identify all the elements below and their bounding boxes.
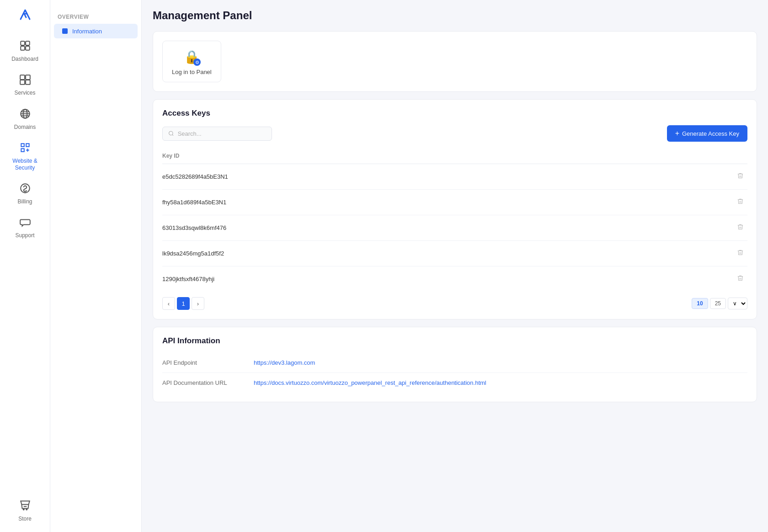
sidebar-label-website-security: Website &Security	[12, 158, 37, 171]
api-row-value[interactable]: https://dev3.lagom.com	[254, 353, 747, 373]
sub-nav-section-title: Overview	[50, 9, 141, 23]
services-icon	[17, 71, 33, 88]
trash-icon	[737, 249, 744, 256]
access-keys-title: Access Keys	[162, 109, 747, 118]
svg-rect-1	[21, 41, 25, 45]
key-actions-cell	[720, 241, 747, 266]
key-actions-cell	[720, 266, 747, 292]
key-id-cell: e5dc5282689f4a5bE3N1	[162, 164, 720, 190]
api-link[interactable]: https://docs.virtuozzo.com/virtuozzo_pow…	[254, 379, 486, 386]
plus-icon: +	[675, 129, 679, 138]
page-controls: ‹ 1 ›	[162, 297, 204, 310]
logo[interactable]	[15, 5, 35, 25]
api-row-label: API Documentation URL	[162, 373, 254, 393]
panel-card: 🔒 ⚙ Log in to Panel	[153, 31, 757, 92]
key-id-cell: 63013sd3sqwl8k6mf476	[162, 215, 720, 241]
table-row: 1290jktfsxft4678yhji	[162, 266, 747, 292]
sidebar-label-store: Store	[18, 516, 32, 522]
sidebar-item-billing[interactable]: Billing	[0, 176, 50, 209]
sidebar-item-support[interactable]: Support	[0, 209, 50, 243]
per-page-25-button[interactable]: 25	[710, 298, 726, 309]
next-page-button[interactable]: ›	[192, 297, 204, 310]
page-1-button[interactable]: 1	[177, 297, 190, 310]
login-to-panel-button[interactable]: 🔒 ⚙ Log in to Panel	[162, 41, 221, 82]
key-actions-cell	[720, 164, 747, 190]
trash-icon	[737, 223, 744, 230]
sidebar-label-domains: Domains	[14, 124, 36, 130]
api-link[interactable]: https://dev3.lagom.com	[254, 359, 315, 366]
sidebar: Dashboard Services Domains	[0, 0, 50, 532]
keys-table: Key ID e5dc5282689f4a5bE3N1 fhy58a1d689f…	[162, 149, 747, 292]
store-icon	[17, 497, 33, 514]
svg-rect-5	[20, 75, 25, 80]
trash-icon	[737, 198, 744, 205]
generate-access-key-button[interactable]: + Generate Access Key	[667, 125, 747, 142]
svg-rect-3	[21, 46, 25, 50]
svg-line-18	[172, 134, 173, 135]
key-id-cell: 1290jktfsxft4678yhji	[162, 266, 720, 292]
keys-table-body: e5dc5282689f4a5bE3N1 fhy58a1d689f4a5bE3N…	[162, 164, 747, 292]
api-table-row: API Endpoint https://dev3.lagom.com	[162, 353, 747, 373]
access-keys-card: Access Keys + Generate Access Key	[153, 99, 757, 319]
sidebar-item-services[interactable]: Services	[0, 67, 50, 101]
table-row: e5dc5282689f4a5bE3N1	[162, 164, 747, 190]
sub-nav-item-information[interactable]: Information	[54, 24, 138, 38]
search-icon	[168, 130, 174, 137]
table-row: fhy58a1d689f4a5bE3N1	[162, 190, 747, 215]
table-row: 63013sd3sqwl8k6mf476	[162, 215, 747, 241]
sidebar-item-store[interactable]: Store	[0, 493, 50, 527]
trash-icon	[737, 275, 744, 282]
column-key-id: Key ID	[162, 149, 720, 164]
api-row-value[interactable]: https://docs.virtuozzo.com/virtuozzo_pow…	[254, 373, 747, 393]
delete-key-button[interactable]	[733, 273, 747, 285]
sidebar-item-website-security[interactable]: Website &Security	[0, 135, 50, 176]
svg-point-16	[26, 509, 27, 510]
sidebar-label-services: Services	[14, 90, 35, 96]
support-icon	[17, 214, 33, 230]
api-row-label: API Endpoint	[162, 353, 254, 373]
content-area: Management Panel 🔒 ⚙ Log in to Panel Acc…	[142, 0, 768, 532]
per-page-controls: 10 25 ∨	[692, 298, 747, 309]
generate-button-label: Generate Access Key	[682, 130, 739, 137]
dashboard-icon	[17, 37, 33, 54]
api-info-card: API Information API Endpoint https://dev…	[153, 327, 757, 402]
website-security-icon	[17, 139, 33, 156]
trash-icon	[737, 172, 744, 179]
key-actions-cell	[720, 215, 747, 241]
delete-key-button[interactable]	[733, 170, 747, 183]
delete-key-button[interactable]	[733, 196, 747, 208]
delete-key-button[interactable]	[733, 247, 747, 260]
panel-button-icon: 🔒 ⚙	[182, 48, 201, 66]
sidebar-item-domains[interactable]: Domains	[0, 101, 50, 135]
page-title: Management Panel	[153, 9, 757, 22]
per-page-10-button[interactable]: 10	[692, 298, 708, 309]
search-input[interactable]	[178, 130, 266, 137]
api-table: API Endpoint https://dev3.lagom.com API …	[162, 353, 747, 393]
sub-navigation: Overview Information	[50, 0, 142, 532]
billing-icon	[17, 180, 33, 197]
key-actions-cell	[720, 190, 747, 215]
key-id-cell: fhy58a1d689f4a5bE3N1	[162, 190, 720, 215]
sidebar-item-dashboard[interactable]: Dashboard	[0, 33, 50, 67]
per-page-select[interactable]: ∨	[728, 298, 747, 309]
sidebar-label-support: Support	[15, 232, 34, 239]
panel-badge-icon: ⚙	[193, 59, 201, 66]
sub-nav-label-information: Information	[72, 28, 102, 35]
table-row: lk9dsa2456mg5a1df5f2	[162, 241, 747, 266]
svg-rect-8	[26, 80, 30, 85]
delete-key-button[interactable]	[733, 222, 747, 234]
prev-page-button[interactable]: ‹	[162, 297, 175, 310]
panel-button-label: Log in to Panel	[172, 69, 212, 75]
svg-point-17	[169, 131, 173, 135]
key-id-cell: lk9dsa2456mg5a1df5f2	[162, 241, 720, 266]
domains-icon	[17, 106, 33, 122]
search-box[interactable]	[162, 127, 272, 141]
api-table-row: API Documentation URL https://docs.virtu…	[162, 373, 747, 393]
sidebar-label-billing: Billing	[17, 198, 32, 205]
svg-point-15	[23, 509, 24, 510]
access-keys-toolbar: + Generate Access Key	[162, 125, 747, 142]
api-table-body: API Endpoint https://dev3.lagom.com API …	[162, 353, 747, 393]
sidebar-label-dashboard: Dashboard	[11, 56, 38, 62]
svg-rect-7	[20, 80, 25, 85]
svg-rect-6	[26, 75, 30, 80]
